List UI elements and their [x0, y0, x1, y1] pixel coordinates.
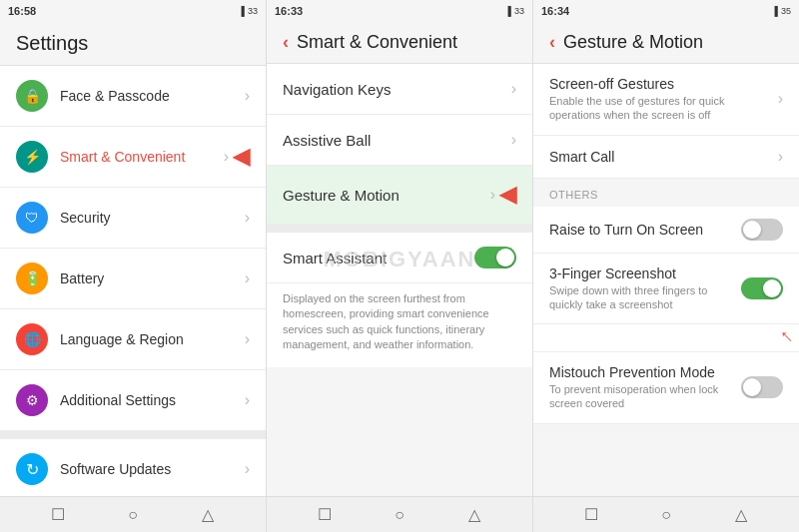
language-icon: 🌐: [16, 323, 48, 355]
three-finger-screenshot-item[interactable]: 3-Finger Screenshot Swipe down with thre…: [533, 254, 799, 325]
three-finger-content: 3-Finger Screenshot Swipe down with thre…: [549, 266, 741, 312]
mistouch-content: Mistouch Prevention Mode To prevent miso…: [549, 364, 741, 411]
security-icon: 🛡: [16, 202, 48, 234]
smart-convenient-back-arrow[interactable]: ‹: [283, 32, 289, 53]
battery-label: Battery: [60, 270, 245, 286]
assistive-ball-item[interactable]: Assistive Ball ›: [267, 115, 532, 166]
smart-convenient-header: ‹ Smart & Convenient: [267, 22, 532, 64]
battery-icon: 🔋: [16, 263, 48, 294]
battery-icon-3: ▐: [772, 6, 778, 16]
smart-call-content: Smart Call: [549, 149, 778, 165]
battery-icon-1: ▐: [239, 6, 245, 16]
software-updates-icon: ↻: [16, 453, 48, 485]
settings-item-software-updates[interactable]: ↻ Software Updates ›: [0, 439, 266, 496]
mistouch-prevention-item[interactable]: Mistouch Prevention Mode To prevent miso…: [533, 352, 799, 424]
raise-to-turn-on-item[interactable]: Raise to Turn On Screen: [533, 207, 799, 254]
bottom-bar-2: ☐ ○ △: [267, 497, 533, 532]
software-updates-label: Software Updates: [60, 461, 245, 477]
security-arrow: ›: [245, 209, 250, 227]
battery-pct-3: 35: [781, 6, 791, 16]
software-updates-arrow: ›: [245, 460, 250, 478]
smart-convenient-icon: ⚡: [16, 141, 48, 173]
gesture-motion-back-arrow[interactable]: ‹: [549, 32, 555, 53]
raise-to-turn-on-title: Raise to Turn On Screen: [549, 222, 741, 238]
nav-triangle-2[interactable]: △: [464, 505, 484, 525]
smart-call-arrow: ›: [778, 148, 783, 166]
nav-keys-label: Navigation Keys: [283, 81, 511, 98]
gesture-motion-label: Gesture & Motion: [283, 187, 490, 204]
status-bar-3: 16:34 ▐ 35: [533, 0, 799, 22]
additional-icon: ⚙: [16, 384, 48, 416]
smart-assistant-row: Smart Assistant: [267, 233, 532, 283]
gesture-motion-item[interactable]: Gesture & Motion › ◀: [267, 166, 532, 225]
nav-circle-3[interactable]: ○: [656, 505, 676, 525]
smart-convenient-annotation-arrow: ◀: [233, 144, 250, 170]
face-passcode-arrow: ›: [245, 87, 250, 105]
settings-item-smart-convenient[interactable]: ⚡ Smart & Convenient › ◀: [0, 127, 266, 188]
mistouch-toggle[interactable]: [741, 376, 783, 398]
smart-convenient-label: Smart & Convenient: [60, 149, 224, 165]
screen-off-gestures-content: Screen-off Gestures Enable the use of ge…: [549, 76, 778, 123]
status-icons-3: ▐ 35: [772, 6, 791, 16]
divider-1: [0, 431, 266, 439]
smart-convenient-panel: ‹ Smart & Convenient Navigation Keys › A…: [267, 22, 533, 496]
settings-item-battery[interactable]: 🔋 Battery ›: [0, 249, 266, 309]
gesture-motion-menu: Screen-off Gestures Enable the use of ge…: [533, 64, 799, 496]
raise-to-turn-on-toggle[interactable]: [741, 219, 783, 241]
nav-square-3[interactable]: ☐: [581, 505, 601, 525]
settings-item-additional[interactable]: ⚙ Additional Settings ›: [0, 370, 266, 431]
nav-triangle-3[interactable]: △: [731, 505, 751, 525]
bottom-bar-3: ☐ ○ △: [533, 497, 799, 532]
screen-off-gestures-title: Screen-off Gestures: [549, 76, 778, 92]
face-passcode-label: Face & Passcode: [60, 88, 245, 104]
three-finger-title: 3-Finger Screenshot: [549, 266, 741, 281]
smart-convenient-menu: Navigation Keys › Assistive Ball › Gestu…: [267, 64, 532, 496]
screen-off-gestures-arrow: ›: [778, 90, 783, 108]
language-arrow: ›: [245, 330, 250, 348]
battery-pct-2: 33: [514, 6, 524, 16]
nav-circle-2[interactable]: ○: [390, 505, 409, 525]
nav-keys-item[interactable]: Navigation Keys ›: [267, 64, 532, 115]
nav-triangle-1[interactable]: △: [198, 505, 218, 525]
others-section-label: OTHERS: [533, 179, 799, 207]
gesture-motion-arrow: ›: [490, 186, 495, 204]
additional-arrow: ›: [245, 391, 250, 409]
settings-item-security[interactable]: 🛡 Security ›: [0, 188, 266, 249]
screen-off-gestures-desc: Enable the use of gestures for quick ope…: [549, 94, 778, 123]
smart-convenient-title: Smart & Convenient: [297, 32, 457, 53]
nav-circle-1[interactable]: ○: [123, 505, 143, 525]
three-finger-toggle[interactable]: [741, 277, 783, 299]
status-icons-1: ▐ 33: [239, 6, 258, 16]
nav-square-2[interactable]: ☐: [315, 505, 335, 525]
smart-call-item[interactable]: Smart Call ›: [533, 136, 799, 179]
settings-item-face-passcode[interactable]: 🔒 Face & Passcode ›: [0, 66, 266, 127]
settings-item-language[interactable]: 🌐 Language & Region ›: [0, 309, 266, 370]
gesture-motion-header: ‹ Gesture & Motion: [533, 22, 799, 64]
time-3: 16:34: [541, 5, 569, 17]
assistive-ball-label: Assistive Ball: [283, 132, 511, 149]
gesture-motion-panel: ‹ Gesture & Motion Screen-off Gestures E…: [533, 22, 799, 496]
assistive-ball-arrow: ›: [511, 131, 516, 149]
gesture-motion-title: Gesture & Motion: [563, 32, 703, 53]
status-bar-1: 16:58 ▐ 33: [0, 0, 267, 22]
settings-panel: Settings 🔒 Face & Passcode › ⚡ Smart & C…: [0, 22, 267, 496]
three-finger-desc: Swipe down with three fingers to quickly…: [549, 283, 741, 312]
time-1: 16:58: [8, 5, 36, 17]
smart-assistant-toggle[interactable]: [474, 247, 516, 268]
status-icons-2: ▐ 33: [505, 6, 524, 16]
status-bars: 16:58 ▐ 33 16:33 ▐ 33 16:34 ▐ 35: [0, 0, 799, 22]
smart-assistant-section: Smart Assistant Displayed on the screen …: [267, 233, 532, 367]
nav-square-1[interactable]: ☐: [48, 505, 68, 525]
security-label: Security: [60, 210, 245, 226]
screen-off-gestures-item[interactable]: Screen-off Gestures Enable the use of ge…: [533, 64, 799, 136]
settings-menu-list: 🔒 Face & Passcode › ⚡ Smart & Convenient…: [0, 66, 266, 496]
time-2: 16:33: [275, 5, 303, 17]
language-label: Language & Region: [60, 331, 245, 347]
smart-call-title: Smart Call: [549, 149, 778, 165]
battery-icon-2: ▐: [505, 6, 511, 16]
sc-divider: [267, 225, 532, 233]
battery-arrow: ›: [245, 269, 250, 287]
gesture-motion-annotation: ◀: [499, 182, 516, 208]
bottom-bar-1: ☐ ○ △: [0, 497, 267, 532]
raise-to-turn-on-content: Raise to Turn On Screen: [549, 222, 741, 238]
